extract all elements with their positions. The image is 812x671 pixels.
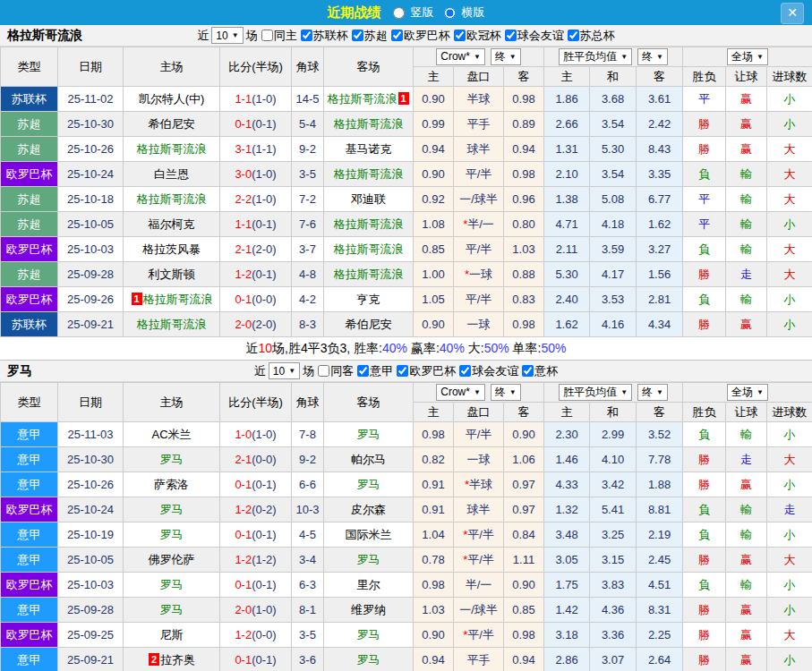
league-type-cell: 意甲 [1, 522, 58, 548]
date-cell: 25-09-25 [58, 623, 124, 648]
asian-odds-cell: 0.90 [504, 573, 544, 598]
home-team-cell: 罗马 [124, 573, 220, 598]
league-checkbox-2[interactable] [459, 365, 471, 377]
asian-odds-cell: 0.83 [504, 287, 544, 312]
same-venue-checkbox[interactable] [261, 30, 273, 41]
handicap-cell: *半球 [454, 472, 504, 497]
date-cell: 25-10-05 [58, 212, 124, 237]
same-venue-checkbox[interactable] [318, 365, 329, 377]
europe-odds-cell: 4.36 [590, 598, 637, 623]
recent-count-select[interactable]: 10▼ [211, 27, 243, 44]
europe-odds-cell: 3.68 [590, 87, 637, 112]
scope-select[interactable]: 全场▼ [727, 48, 768, 65]
fulltime-score: 1-2 [235, 628, 252, 641]
odds-company-select[interactable]: Crow*▼ [436, 48, 485, 65]
horizontal-layout-radio[interactable] [444, 7, 456, 19]
wdl-average-select[interactable]: 胜平负均值▼ [559, 48, 632, 65]
asian-odds-cell: 0.90 [414, 87, 454, 112]
away-team-cell: 维罗纳 [324, 598, 414, 623]
away-team-name: 亨克 [357, 293, 380, 306]
handicap-cell: 平/半 [454, 287, 504, 312]
home-team-name: 利文斯顿 [149, 268, 195, 281]
recent-count-select[interactable]: 10▼ [269, 362, 300, 379]
handicap-result-cell: 輸 [726, 573, 767, 598]
league-checkbox-1[interactable] [397, 365, 408, 377]
league-checkbox-2[interactable] [391, 30, 403, 41]
handicap-cell: 一球 [454, 312, 504, 337]
fulltime-score: 1-0 [235, 428, 252, 441]
league-checkbox-3[interactable] [454, 30, 466, 41]
handicap-result-cell: 輸 [726, 212, 767, 237]
chevron-down-icon: ▼ [232, 31, 239, 39]
result-cell: 勝 [683, 623, 726, 648]
final-select[interactable]: 终▼ [491, 384, 521, 401]
odds-company-select[interactable]: Crow*▼ [436, 384, 485, 401]
wdl-average-select[interactable]: 胜平负均值▼ [559, 384, 632, 401]
asian-odds-cell: 0.97 [504, 497, 544, 522]
away-team-cell: 亨克 [324, 287, 414, 312]
corner-cell: 3-5 [292, 162, 324, 187]
home-team-cell: 福尔柯克 [124, 212, 220, 237]
handicap-star: * [463, 217, 467, 231]
league-checkbox-1[interactable] [352, 30, 363, 41]
fulltime-score: 2-1 [235, 453, 252, 466]
result-cell: 平 [683, 87, 726, 112]
result-cell: 勝 [683, 447, 726, 472]
date-cell: 25-09-28 [58, 598, 124, 623]
handicap-cell: *平/半 [454, 548, 504, 573]
home-team-cell: 佛罗伦萨 [124, 548, 220, 573]
league-checkbox-4[interactable] [505, 30, 517, 41]
halftime-score: (0-0) [252, 453, 276, 466]
close-icon[interactable]: ✕ [781, 3, 804, 24]
final-select[interactable]: 终▼ [491, 48, 521, 65]
europe-odds-cell: 2.30 [544, 422, 590, 447]
goals-result-cell: 小 [767, 112, 812, 137]
halftime-score: (0-2) [252, 503, 276, 516]
table-row: 苏联杯25-09-21格拉斯哥流浪2-0(2-0)8-3希伯尼安0.90一球0.… [1, 312, 812, 337]
recent-label: 近 [254, 363, 266, 379]
europe-odds-cell: 2.11 [544, 237, 590, 262]
odds-dropdowns: Crow*▼终▼ [414, 47, 544, 67]
final-select[interactable]: 终▼ [637, 48, 668, 65]
handicap-result-cell: 赢 [726, 137, 767, 162]
asian-odds-cell: 1.04 [414, 522, 454, 548]
asian-odds-cell: 1.00 [414, 262, 454, 287]
corner-cell: 9-2 [292, 447, 324, 472]
score-cell: 1-1(1-0) [220, 87, 292, 112]
result-cell: 平 [683, 187, 726, 212]
asian-odds-cell: 1.08 [414, 212, 454, 237]
asian-odds-cell: 0.90 [414, 312, 454, 337]
table-row: 意甲25-10-26萨索洛0-1(0-1)6-6罗马0.91*半球0.974.3… [1, 472, 812, 497]
table-row: 欧罗巴杯25-09-261格拉斯哥流浪0-1(0-0)4-2亨克1.05平/半0… [1, 287, 812, 312]
same-venue-label: 同客 [330, 363, 354, 379]
league-checkbox-0[interactable] [301, 30, 312, 41]
handicap-result-cell: 走 [726, 447, 767, 472]
asian-odds-cell: 0.91 [414, 472, 454, 497]
corner-cell: 9-2 [292, 137, 324, 162]
league-checkbox-5[interactable] [568, 30, 579, 41]
games-label: 场 [246, 28, 258, 44]
summary-part: 近 [246, 341, 259, 355]
wdl-dropdowns: 胜平负均值▼终▼ [544, 47, 683, 67]
league-label: 欧罗巴杯 [409, 363, 456, 379]
result-cell: 負 [683, 573, 726, 598]
date-cell: 25-10-18 [58, 187, 124, 212]
league-checkbox-0[interactable] [357, 365, 369, 377]
league-checkbox-3[interactable] [522, 365, 534, 377]
fulltime-score: 1-1 [235, 92, 252, 106]
europe-odds-cell: 2.81 [637, 287, 683, 312]
goals-result-cell: 小 [767, 212, 812, 237]
league-type-cell: 欧罗巴杯 [1, 573, 58, 598]
subheader-cell: 客 [637, 67, 683, 87]
halftime-score: (0-0) [252, 628, 276, 641]
scope-select[interactable]: 全场▼ [727, 384, 768, 401]
corner-cell: 7-8 [292, 422, 324, 447]
europe-odds-cell: 2.10 [544, 162, 590, 187]
handicap-result-cell: 赢 [726, 623, 767, 648]
away-team-cell: 格拉斯哥流浪 [324, 162, 414, 187]
final-select[interactable]: 终▼ [637, 384, 668, 401]
table-row: 苏超25-10-26格拉斯哥流浪3-1(1-1)9-2基马诺克0.94球半0.9… [1, 137, 812, 162]
asian-odds-cell: 0.85 [414, 237, 454, 262]
vertical-layout-radio[interactable] [393, 7, 405, 19]
home-team-name: 佛罗伦萨 [149, 553, 195, 566]
